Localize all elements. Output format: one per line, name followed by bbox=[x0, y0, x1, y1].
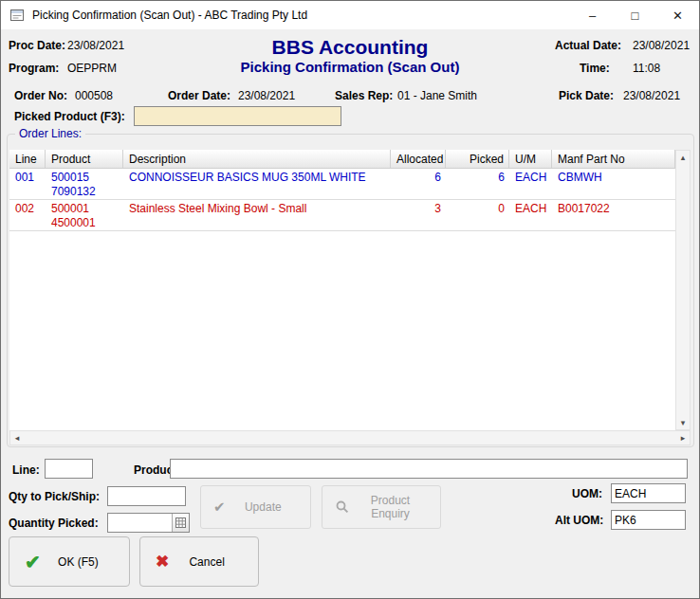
scroll-right-icon[interactable]: ▸ bbox=[676, 431, 690, 445]
ok-button[interactable]: ✔ OK (F5) bbox=[9, 536, 130, 587]
cell-allocated: 3 bbox=[391, 200, 446, 230]
table-row[interactable]: 002 500001 4500001 Stainless Steel Mixin… bbox=[9, 200, 675, 231]
picked-product-label: Picked Product (F3): bbox=[14, 110, 125, 123]
column-header-manf-part-no[interactable]: Manf Part No bbox=[552, 150, 675, 168]
alt-uom-input[interactable] bbox=[611, 510, 686, 530]
table-header-row: Line Product Description Allocated Picke… bbox=[9, 150, 675, 169]
order-no-label: Order No: bbox=[14, 89, 67, 102]
time-label: Time: bbox=[580, 62, 610, 75]
form-content: Proc Date: 23/08/2021 Program: OEPPRM BB… bbox=[1, 29, 699, 598]
column-header-line[interactable]: Line bbox=[9, 150, 46, 168]
cell-picked: 6 bbox=[446, 169, 509, 199]
titlebar: Picking Confirmation (Scan Out) - ABC Tr… bbox=[1, 1, 699, 29]
time-value: 11:08 bbox=[633, 62, 660, 75]
update-button-label: Update bbox=[226, 500, 310, 514]
vertical-scrollbar[interactable]: ▴ ▾ bbox=[675, 150, 691, 430]
order-date-label: Order Date: bbox=[168, 89, 230, 102]
check-icon: ✔ bbox=[25, 551, 41, 573]
picked-product-input[interactable] bbox=[134, 106, 341, 126]
product-enquiry-button[interactable]: Product Enquiry bbox=[322, 485, 441, 529]
pick-date-label: Pick Date: bbox=[559, 89, 614, 102]
cell-picked: 0 bbox=[446, 200, 509, 230]
line-label: Line: bbox=[12, 463, 40, 477]
table-row[interactable]: 001 500015 7090132 CONNOISSEUR BASICS MU… bbox=[9, 169, 675, 200]
quantity-picked-input[interactable] bbox=[108, 514, 172, 532]
quantity-picked-field bbox=[107, 513, 190, 533]
cell-allocated: 6 bbox=[391, 169, 446, 199]
close-button[interactable]: ✕ bbox=[656, 1, 699, 29]
cell-um: EACH bbox=[509, 200, 552, 230]
sales-rep-label: Sales Rep: bbox=[335, 89, 393, 102]
column-header-product[interactable]: Product bbox=[46, 150, 123, 168]
actual-date-label: Actual Date: bbox=[555, 39, 621, 52]
order-lines-table: Line Product Description Allocated Picke… bbox=[9, 150, 675, 430]
x-icon: ✖ bbox=[156, 552, 169, 572]
calculator-icon bbox=[175, 517, 186, 528]
window-title: Picking Confirmation (Scan Out) - ABC Tr… bbox=[32, 9, 307, 22]
maximize-button[interactable]: □ bbox=[614, 1, 656, 29]
cell-manf-part-no: B0017022 bbox=[552, 200, 675, 230]
window-controls: – □ ✕ bbox=[571, 1, 699, 29]
order-no-value: 000508 bbox=[75, 89, 113, 102]
alt-uom-label: Alt UOM: bbox=[555, 514, 603, 527]
horizontal-scrollbar[interactable]: ◂ ▸ bbox=[9, 430, 691, 445]
quantity-picked-label: Quantity Picked: bbox=[9, 517, 99, 530]
update-button[interactable]: ✔ Update bbox=[200, 485, 311, 529]
column-header-picked[interactable]: Picked bbox=[446, 150, 509, 168]
cancel-button-label: Cancel bbox=[169, 555, 258, 569]
column-header-um[interactable]: U/M bbox=[509, 150, 552, 168]
product-enquiry-button-label: Product Enquiry bbox=[350, 494, 440, 520]
cell-product: 500001 4500001 bbox=[46, 200, 123, 230]
scroll-left-icon[interactable]: ◂ bbox=[10, 431, 24, 445]
pick-date-value: 23/08/2021 bbox=[623, 89, 680, 102]
cell-product: 500015 7090132 bbox=[46, 169, 123, 199]
product-code: 500001 bbox=[51, 202, 120, 216]
app-window: Picking Confirmation (Scan Out) - ABC Tr… bbox=[0, 0, 700, 599]
cell-description: CONNOISSEUR BASICS MUG 350ML WHITE bbox=[123, 169, 391, 199]
product-code-alt: 7090132 bbox=[51, 185, 120, 199]
app-icon bbox=[9, 8, 25, 23]
sales-rep-value: 01 - Jane Smith bbox=[397, 89, 477, 102]
uom-label: UOM: bbox=[572, 487, 602, 500]
scroll-down-icon[interactable]: ▾ bbox=[676, 416, 690, 429]
cell-line: 002 bbox=[9, 200, 46, 230]
cell-description: Stainless Steel Mixing Bowl - Small bbox=[123, 200, 391, 230]
qty-to-pick-input[interactable] bbox=[107, 486, 186, 506]
ok-button-label: OK (F5) bbox=[41, 555, 129, 569]
cell-um: EACH bbox=[509, 169, 552, 199]
order-lines-group: Order Lines: Line Product Description Al… bbox=[7, 134, 694, 447]
order-date-value: 23/08/2021 bbox=[238, 89, 295, 102]
column-header-description[interactable]: Description bbox=[123, 150, 391, 168]
product-code-alt: 4500001 bbox=[51, 216, 120, 230]
magnifier-icon bbox=[335, 499, 350, 515]
qty-to-pick-label: Qty to Pick/Ship: bbox=[9, 490, 100, 503]
actual-date-value: 23/08/2021 bbox=[633, 39, 690, 52]
check-icon: ✔ bbox=[213, 499, 226, 516]
cell-manf-part-no: CBMWH bbox=[552, 169, 675, 199]
order-lines-group-label: Order Lines: bbox=[15, 127, 85, 140]
calculator-button[interactable] bbox=[172, 514, 189, 532]
product-code: 500015 bbox=[51, 171, 120, 185]
cell-line: 001 bbox=[9, 169, 46, 199]
product-input[interactable] bbox=[170, 459, 688, 479]
scroll-up-icon[interactable]: ▴ bbox=[676, 151, 690, 164]
cancel-button[interactable]: ✖ Cancel bbox=[139, 536, 259, 587]
line-input[interactable] bbox=[45, 459, 93, 479]
uom-input[interactable] bbox=[611, 483, 686, 503]
column-header-allocated[interactable]: Allocated bbox=[391, 150, 446, 168]
minimize-button[interactable]: – bbox=[571, 1, 614, 29]
